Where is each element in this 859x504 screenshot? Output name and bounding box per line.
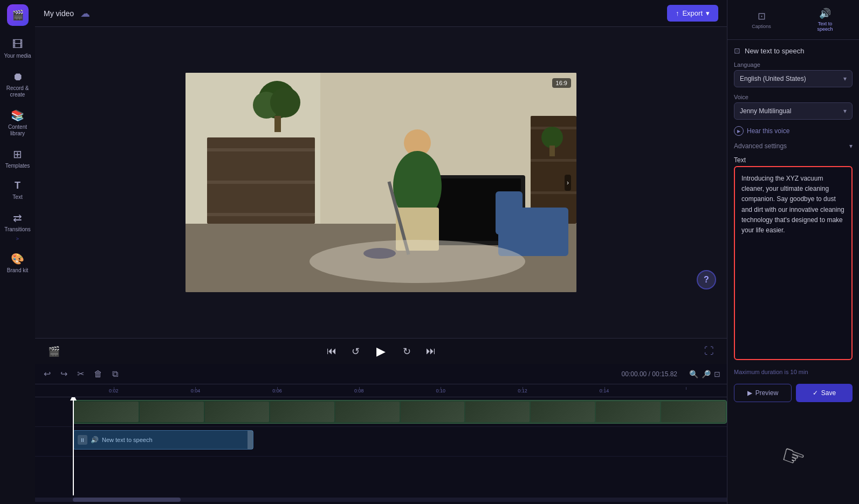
tts-pause-icon[interactable]: ⏸: [78, 435, 87, 445]
video-thumb-5: [335, 402, 400, 422]
hear-voice-play-icon: ▶: [734, 126, 744, 136]
video-thumb-4: [270, 402, 334, 422]
ruler-mark-3: 0:08: [318, 388, 400, 393]
library-icon: 📚: [11, 109, 24, 122]
scrollbar-thumb[interactable]: [73, 498, 181, 502]
timeline-ruler: 0:02 0:04 0:06 0:08 0:10 0:12 0:14: [35, 384, 727, 397]
svg-rect-6: [207, 213, 315, 216]
sidebar-item-templates[interactable]: ⊞ Templates: [0, 142, 35, 175]
language-dropdown[interactable]: English (United States) ▾: [734, 70, 853, 87]
timeline-toolbar: ↩ ↪ ✂ 🗑 ⧉ 00:00.00 / 00:15.82 🔍 🔎 ⊡: [35, 364, 727, 384]
duplicate-button[interactable]: ⧉: [110, 367, 120, 381]
video-track-strip: [73, 400, 727, 424]
ruler-mark-5: 0:12: [482, 388, 563, 393]
cut-button[interactable]: ✂: [75, 367, 86, 381]
preview-button[interactable]: ▶ Preview: [734, 384, 792, 402]
time-total: 00:15.82: [652, 370, 677, 378]
preview-label: Preview: [755, 389, 779, 397]
zoom-in-button[interactable]: 🔎: [702, 370, 711, 378]
text-section: Text Introducing the XYZ vacuum cleaner,…: [734, 156, 853, 362]
sidebar-item-transitions[interactable]: ⇄ Transitions >: [0, 206, 35, 247]
help-button[interactable]: ?: [697, 270, 716, 289]
svg-point-20: [310, 240, 525, 283]
sidebar-label-content-library: Contentlibrary: [8, 124, 27, 137]
video-thumb-1: [74, 402, 139, 422]
sidebar-label-brand-kit: Brand kit: [7, 267, 28, 274]
undo-button[interactable]: ↩: [42, 367, 53, 381]
app-logo[interactable]: 🎬: [7, 4, 29, 26]
svg-rect-4: [207, 148, 315, 151]
language-label: Language: [734, 61, 853, 68]
tts-track-content[interactable]: ⏸ 🔊 New text to speech: [73, 427, 727, 456]
aspect-ratio-badge: 16:9: [552, 78, 571, 88]
text-icon: T: [15, 180, 20, 192]
next-panel-arrow[interactable]: ›: [565, 175, 571, 191]
text-input[interactable]: Introducing the XYZ vacuum cleaner, your…: [734, 166, 853, 360]
tts-resize-handle[interactable]: [248, 431, 253, 449]
svg-rect-24: [274, 116, 281, 132]
sidebar-item-content-library[interactable]: 📚 Contentlibrary: [0, 103, 35, 142]
text-section-label: Text: [734, 156, 853, 164]
transitions-icon: ⇄: [13, 211, 22, 224]
skip-back-button[interactable]: ⏮: [325, 343, 339, 359]
save-button[interactable]: ✓ Save: [796, 384, 853, 402]
sidebar-item-your-media[interactable]: 🎞 Your media: [0, 32, 35, 65]
fit-zoom-button[interactable]: ⊡: [714, 370, 720, 378]
sidebar-label-templates: Templates: [5, 163, 30, 169]
svg-rect-26: [549, 146, 555, 156]
save-check-icon: ✓: [813, 389, 818, 397]
video-thumb-9: [596, 402, 660, 422]
video-track-content[interactable]: [73, 397, 727, 426]
cloud-save-icon[interactable]: ☁: [80, 8, 90, 19]
svg-rect-5: [207, 181, 315, 184]
svg-rect-19: [496, 191, 523, 234]
record-icon: ⏺: [12, 70, 23, 83]
scene-left-icon[interactable]: 🎬: [46, 343, 62, 360]
playhead[interactable]: [73, 397, 74, 495]
video-container: 16:9 › ?: [35, 27, 727, 338]
ruler-mark-0: 0:02: [73, 388, 155, 393]
fullscreen-button[interactable]: ⛶: [702, 343, 716, 359]
zoom-controls: 🔍 🔎 ⊡: [689, 370, 720, 378]
language-value: English (United States): [740, 75, 806, 82]
export-button[interactable]: ↑ Export ▾: [667, 5, 718, 22]
sidebar-item-record-create[interactable]: ⏺ Record &create: [0, 65, 35, 103]
play-button[interactable]: ▶: [373, 343, 390, 360]
hear-voice-label: Hear this voice: [747, 127, 789, 135]
time-current: 00:00.00: [622, 370, 647, 378]
video-thumb-6: [401, 402, 465, 422]
redo-button[interactable]: ↪: [58, 367, 70, 381]
advanced-settings-row[interactable]: Advanced settings ▾: [734, 142, 853, 150]
timeline-content: ⏸ 🔊 New text to speech: [35, 397, 727, 495]
forward-button[interactable]: ↻: [401, 343, 413, 360]
templates-icon: ⊞: [13, 148, 22, 161]
rewind-button[interactable]: ↺: [349, 343, 362, 360]
scene-svg: [185, 73, 576, 292]
tts-track-strip: ⏸ 🔊 New text to speech: [73, 430, 253, 450]
panel-title: New text to speech: [745, 47, 805, 55]
voice-dropdown[interactable]: Jenny Multilingual ▾: [734, 102, 853, 120]
ruler-mark-7: [645, 388, 727, 393]
video-title: My video: [44, 9, 74, 18]
panel-title-row: ⊡ New text to speech: [734, 46, 853, 55]
topbar: My video ☁ ↑ Export ▾: [35, 0, 727, 27]
zoom-out-button[interactable]: 🔍: [689, 370, 698, 378]
video-thumb-2: [140, 402, 204, 422]
logo-icon: 🎬: [12, 9, 24, 21]
sidebar-item-brand-kit[interactable]: 🎨 Brand kit: [0, 247, 35, 279]
tts-panel: ⊡ New text to speech Language English (U…: [727, 40, 859, 504]
main-area: My video ☁ ↑ Export ▾: [35, 0, 727, 504]
timeline-scrollbar[interactable]: [35, 498, 727, 502]
video-preview: 16:9 ›: [185, 73, 576, 292]
voice-section: Voice Jenny Multilingual ▾: [734, 94, 853, 120]
tts-panel-btn[interactable]: 🔊 Text tospeech: [795, 3, 855, 36]
captions-panel-btn[interactable]: ⊡ Captions: [732, 3, 791, 36]
skip-forward-button[interactable]: ⏭: [424, 343, 438, 359]
sidebar-item-text[interactable]: T Text: [0, 175, 35, 206]
ruler-marks: 0:02 0:04 0:06 0:08 0:10 0:12 0:14: [73, 388, 727, 393]
hear-voice-link[interactable]: ▶ Hear this voice: [734, 126, 853, 136]
delete-button[interactable]: 🗑: [92, 367, 105, 381]
svg-rect-10: [531, 191, 576, 194]
video-thumb-7: [465, 402, 530, 422]
export-label: Export: [682, 9, 703, 17]
